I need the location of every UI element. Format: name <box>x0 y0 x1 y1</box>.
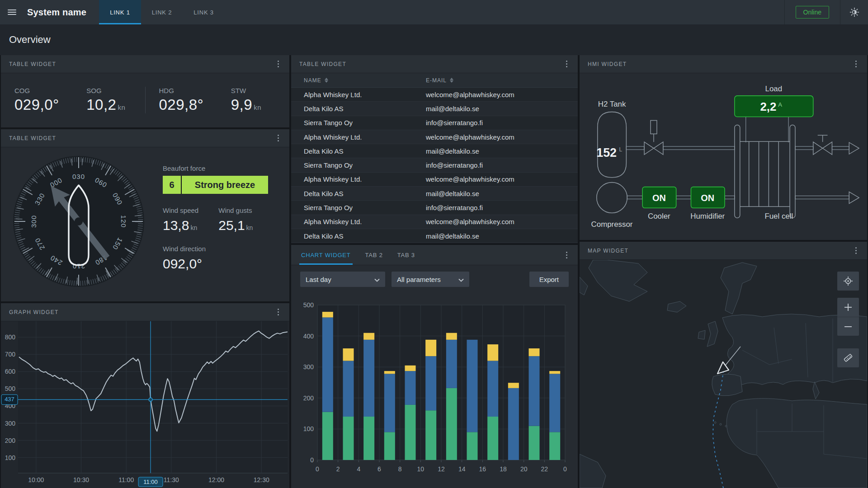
table-row[interactable]: Sierra Tango Oyinfo@sierratango.fi <box>291 116 578 130</box>
kebab-menu-icon[interactable] <box>851 59 861 69</box>
stat-cog: COG 029,0° <box>1 87 73 113</box>
tab-chart-widget[interactable]: CHART WIDGET <box>294 245 358 265</box>
bar-segment-green[interactable] <box>529 426 540 460</box>
bar-segment-blue[interactable] <box>405 371 416 405</box>
widget-title: MAP WIDGET <box>588 248 628 254</box>
kebab-menu-icon[interactable] <box>273 133 283 143</box>
compass-label: 300 <box>30 215 38 228</box>
load-value: 2,2 <box>760 100 776 113</box>
bar-segment-blue[interactable] <box>343 361 354 416</box>
bar-segment-blue[interactable] <box>549 374 560 432</box>
table-row[interactable]: Alpha Whiskey Ltd.welcome@alphawhiskey.c… <box>291 88 578 102</box>
time-range-select[interactable]: Last day <box>300 272 385 287</box>
widget-title: GRAPH WIDGET <box>9 309 59 315</box>
bar-segment-yellow[interactable] <box>322 312 333 317</box>
bar-segment-green[interactable] <box>343 417 354 460</box>
nav-link-1[interactable]: LINK 1 <box>99 0 141 24</box>
table-row[interactable]: Alpha Whiskey Ltd.welcome@alphawhiskey.c… <box>291 173 578 187</box>
nav-link-3[interactable]: LINK 3 <box>183 0 225 24</box>
bar-chart[interactable]: 010020030040050002468101214161820220 <box>298 294 571 479</box>
bar-segment-yellow[interactable] <box>405 366 416 371</box>
table-row[interactable]: Delta Kilo ASmail@deltakilo.se <box>291 229 578 243</box>
widget-title: TABLE WIDGET <box>9 61 56 67</box>
table-row[interactable]: Delta Kilo ASmail@deltakilo.se <box>291 144 578 158</box>
bar-segment-blue[interactable] <box>446 340 457 388</box>
bar-segment-yellow[interactable] <box>384 371 395 374</box>
bar-segment-yellow[interactable] <box>363 333 374 340</box>
measure-button[interactable] <box>837 348 859 367</box>
locate-button[interactable] <box>837 272 859 291</box>
table-row[interactable]: Sierra Tango Oyinfo@sierratango.fi <box>291 158 578 172</box>
load-label: Load <box>765 84 783 93</box>
beaufort-label: Beaufort force <box>163 164 268 172</box>
bar-segment-yellow[interactable] <box>549 371 560 374</box>
column-header-email[interactable]: E-MAIL <box>426 77 453 84</box>
compressor-label: Compressor <box>591 220 633 229</box>
tab-3[interactable]: TAB 3 <box>390 245 422 265</box>
nav-link-2[interactable]: LINK 2 <box>141 0 183 24</box>
bar-segment-blue[interactable] <box>467 340 478 432</box>
x-axis-label: 14 <box>458 465 466 473</box>
bar-segment-green[interactable] <box>549 432 560 460</box>
table-row[interactable]: Alpha Whiskey Ltd.welcome@alphawhiskey.c… <box>291 130 578 144</box>
bar-segment-green[interactable] <box>405 405 416 460</box>
brightness-icon <box>849 7 859 17</box>
bar-segment-green[interactable] <box>487 417 498 460</box>
x-axis-label: 10:00 <box>28 476 44 483</box>
kebab-menu-icon[interactable] <box>561 250 571 260</box>
export-button[interactable]: Export <box>529 272 569 287</box>
cell-email: info@sierratango.fi <box>426 161 483 169</box>
compressor <box>597 183 627 213</box>
table-row[interactable]: Alpha Whiskey Ltd.welcome@alphawhiskey.c… <box>291 215 578 229</box>
x-axis-label: 12:00 <box>208 476 224 483</box>
bar-segment-green[interactable] <box>425 410 436 460</box>
y-axis-label: 300 <box>303 363 314 371</box>
table-row[interactable]: Sierra Tango Oyinfo@sierratango.fi <box>291 201 578 215</box>
bar-segment-green[interactable] <box>363 417 374 460</box>
stat-stw: STW 9,9kn <box>217 87 289 113</box>
kebab-menu-icon[interactable] <box>561 59 571 69</box>
zoom-out-button[interactable] <box>837 317 859 336</box>
stats-row: COG 029,0° SOG 10,2kn HDG 029,8° STW 9,9… <box>1 73 289 127</box>
bar-segment-green[interactable] <box>467 432 478 460</box>
cell-email: mail@deltakilo.se <box>426 190 479 197</box>
bar-segment-yellow[interactable] <box>529 348 540 356</box>
parameters-select[interactable]: All parameters <box>392 272 469 287</box>
tab-2[interactable]: TAB 2 <box>358 245 390 265</box>
bar-segment-blue[interactable] <box>363 340 374 417</box>
cell-email: info@sierratango.fi <box>426 119 483 127</box>
widget-title: TABLE WIDGET <box>299 61 346 67</box>
bar-segment-blue[interactable] <box>508 388 519 460</box>
bar-segment-yellow[interactable] <box>508 383 519 388</box>
wind-speed: Wind speed 13,8kn <box>163 206 198 233</box>
kebab-menu-icon[interactable] <box>273 59 283 69</box>
bar-segment-green[interactable] <box>322 412 333 460</box>
column-header-name[interactable]: NAME <box>291 77 426 84</box>
table-row[interactable]: Delta Kilo ASmail@deltakilo.se <box>291 187 578 201</box>
map-controls <box>837 272 859 375</box>
stat-value: 10,2kn <box>86 96 145 113</box>
cell-name: Delta Kilo AS <box>291 147 426 155</box>
bar-segment-green[interactable] <box>446 388 457 460</box>
bar-segment-yellow[interactable] <box>446 333 457 340</box>
line-chart[interactable]: 10020030040050060070080010:0010:3011:001… <box>1 321 289 488</box>
bar-segment-green[interactable] <box>384 432 395 460</box>
bar-segment-blue[interactable] <box>529 356 540 426</box>
bar-segment-yellow[interactable] <box>343 348 354 361</box>
table-row[interactable]: Delta Kilo ASmail@deltakilo.se <box>291 102 578 116</box>
theme-toggle-button[interactable] <box>840 0 868 24</box>
kebab-menu-icon[interactable] <box>851 246 861 256</box>
bar-segment-yellow[interactable] <box>487 344 498 361</box>
zoom-in-button[interactable] <box>837 298 859 317</box>
sort-icon <box>325 78 328 83</box>
bar-segment-yellow[interactable] <box>425 340 436 356</box>
kebab-menu-icon[interactable] <box>273 307 283 317</box>
bar-segment-blue[interactable] <box>384 374 395 432</box>
x-axis-label: 2 <box>336 465 340 473</box>
table-column-headers: NAME E-MAIL <box>291 73 578 88</box>
hamburger-menu-button[interactable] <box>0 0 24 24</box>
bar-segment-blue[interactable] <box>425 356 436 410</box>
bar-segment-blue[interactable] <box>322 317 333 412</box>
map-canvas[interactable] <box>580 260 867 488</box>
bar-segment-blue[interactable] <box>487 361 498 416</box>
